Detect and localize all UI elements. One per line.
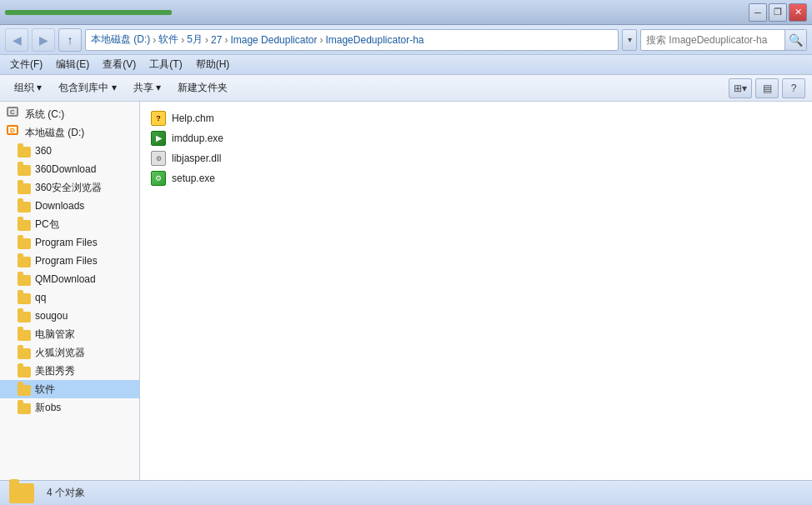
include-library-button[interactable]: 包含到库中 ▾ — [51, 78, 123, 98]
sidebar-label-360: 360 — [35, 145, 52, 157]
new-folder-button[interactable]: 新建文件夹 — [170, 78, 235, 98]
back-button[interactable]: ◀ — [5, 28, 28, 52]
sidebar-label-sougou: sougou — [35, 310, 68, 322]
forward-button[interactable]: ▶ — [32, 28, 55, 52]
sidebar-item-360[interactable]: 360 — [0, 142, 139, 160]
libjasper-dll-label: libjasper.dll — [172, 152, 221, 164]
breadcrumb-item-1[interactable]: 软件 — [158, 32, 178, 47]
breadcrumb[interactable]: 本地磁盘 (D:) › 软件 › 5月 › 27 › Image Dedupli… — [85, 29, 619, 51]
sidebar-item-360download[interactable]: 360Download — [0, 160, 139, 178]
menu-tools[interactable]: 工具(T) — [143, 56, 188, 74]
sidebar-item-programfiles2[interactable]: Program Files — [0, 252, 139, 270]
breadcrumb-item-4[interactable]: Image Deduplicator — [230, 34, 317, 46]
title-bar: ─ ❐ ✕ — [0, 0, 812, 25]
breadcrumb-item-5[interactable]: ImageDeduplicator-ha — [325, 34, 424, 46]
sidebar-label-qmdownload: QMDownload — [35, 273, 96, 285]
sidebar-item-newobs[interactable]: 新obs — [0, 398, 139, 417]
menu-view[interactable]: 查看(V) — [96, 56, 143, 74]
help-chm-label: Help.chm — [172, 112, 214, 124]
view-icon-button[interactable]: ⊞ ▾ — [729, 78, 752, 98]
title-bar-left — [5, 10, 172, 15]
minimize-button[interactable]: ─ — [749, 3, 767, 22]
sidebar-label-pcmanager: 电脑管家 — [35, 328, 75, 342]
menu-help[interactable]: 帮助(H) — [189, 56, 237, 74]
folder-software-icon — [17, 382, 32, 397]
sidebar-item-drive-c[interactable]: C 系统 (C:) — [0, 105, 139, 123]
view-dropdown-icon: ▾ — [742, 82, 747, 94]
main-area: C 系统 (C:) D 本地磁盘 (D:) 360 360Download 36… — [0, 102, 812, 480]
sidebar-label-360browser: 360安全浏览器 — [35, 181, 102, 195]
file-list: ? Help.chm ▶ imddup.exe ⚙ libjasper.dll … — [140, 102, 812, 480]
setup-exe-icon: ⚙ — [150, 170, 167, 187]
sidebar-item-qq[interactable]: qq — [0, 288, 139, 307]
breadcrumb-item-2[interactable]: 5月 — [187, 32, 203, 47]
sidebar-label-360download: 360Download — [35, 163, 96, 175]
imddup-exe-icon: ▶ — [150, 130, 167, 147]
drive-c-icon: C — [7, 107, 22, 122]
share-button[interactable]: 共享 ▾ — [126, 78, 168, 98]
menu-file[interactable]: 文件(F) — [3, 56, 49, 74]
breadcrumb-sep-4: › — [319, 34, 323, 46]
help-button[interactable]: ? — [782, 78, 805, 98]
sidebar-item-sougou[interactable]: sougou — [0, 307, 139, 325]
sidebar-label-downloads: Downloads — [35, 200, 84, 212]
file-item-imddup-exe[interactable]: ▶ imddup.exe — [147, 128, 805, 148]
breadcrumb-sep-1: › — [181, 34, 184, 46]
sidebar-label-drive-d: 本地磁盘 (D:) — [25, 126, 84, 140]
sidebar-label-firefox: 火狐浏览器 — [35, 346, 85, 360]
search-bar: 🔍 — [640, 29, 807, 51]
toolbar: 组织 ▾ 包含到库中 ▾ 共享 ▾ 新建文件夹 ⊞ ▾ ▤ ? — [0, 75, 812, 102]
breadcrumb-sep-3: › — [224, 34, 228, 46]
big-folder-shape — [9, 483, 34, 503]
help-chm-icon: ? — [150, 110, 167, 127]
breadcrumb-sep-2: › — [205, 34, 208, 46]
details-view-button[interactable]: ▤ — [755, 78, 779, 98]
sidebar-item-programfiles1[interactable]: Program Files — [0, 233, 139, 252]
sidebar-label-pcbao: PC包 — [35, 218, 59, 232]
file-item-libjasper-dll[interactable]: ⚙ libjasper.dll — [147, 148, 805, 168]
nav-bar: ◀ ▶ ↑ 本地磁盘 (D:) › 软件 › 5月 › 27 › Image D… — [0, 25, 812, 55]
sidebar-item-pcbao[interactable]: PC包 — [0, 215, 139, 233]
sidebar: C 系统 (C:) D 本地磁盘 (D:) 360 360Download 36… — [0, 102, 140, 480]
sidebar-item-meitu[interactable]: 美图秀秀 — [0, 362, 139, 380]
drive-d-icon: D — [7, 125, 22, 140]
sidebar-item-software[interactable]: 软件 — [0, 380, 139, 398]
breadcrumb-item-3[interactable]: 27 — [211, 34, 222, 46]
search-input[interactable] — [641, 34, 784, 46]
folder-360dl-icon — [17, 162, 32, 177]
breadcrumb-dropdown[interactable]: ▾ — [622, 29, 637, 51]
organize-button[interactable]: 组织 ▾ — [7, 78, 49, 98]
sidebar-label-newobs: 新obs — [35, 401, 61, 415]
sidebar-label-drive-c: 系统 (C:) — [25, 108, 64, 122]
breadcrumb-item-0[interactable]: 本地磁盘 (D:) — [91, 32, 150, 47]
folder-downloads-icon — [17, 198, 32, 213]
folder-qm-icon — [17, 272, 32, 287]
menu-edit[interactable]: 编辑(E) — [49, 56, 96, 74]
file-item-setup-exe[interactable]: ⚙ setup.exe — [147, 168, 805, 188]
sidebar-item-360browser[interactable]: 360安全浏览器 — [0, 178, 139, 197]
file-item-help-chm[interactable]: ? Help.chm — [147, 108, 805, 128]
folder-360browser-icon — [17, 180, 32, 195]
sidebar-item-firefox[interactable]: 火狐浏览器 — [0, 343, 139, 362]
status-count: 4 个对象 — [47, 486, 85, 500]
sidebar-label-programfiles2: Program Files — [35, 255, 98, 267]
sidebar-item-downloads[interactable]: Downloads — [0, 197, 139, 215]
drive-d-shape: D — [7, 125, 18, 135]
drive-c-shape: C — [7, 107, 18, 117]
sidebar-item-pcmanager[interactable]: 电脑管家 — [0, 325, 139, 343]
restore-button[interactable]: ❐ — [769, 3, 787, 22]
search-button[interactable]: 🔍 — [784, 29, 806, 51]
sidebar-item-qmdownload[interactable]: QMDownload — [0, 270, 139, 288]
libjasper-dll-icon: ⚙ — [150, 150, 167, 167]
view-grid-icon: ⊞ — [734, 82, 742, 94]
sidebar-label-qq: qq — [35, 292, 46, 303]
sidebar-label-software: 软件 — [35, 382, 55, 397]
menu-bar: 文件(F) 编辑(E) 查看(V) 工具(T) 帮助(H) — [0, 55, 812, 75]
up-button[interactable]: ↑ — [58, 28, 82, 52]
close-button[interactable]: ✕ — [789, 3, 807, 22]
setup-icon-shape: ⚙ — [151, 171, 166, 186]
folder-pf1-icon — [17, 235, 32, 250]
sidebar-item-drive-d[interactable]: D 本地磁盘 (D:) — [0, 123, 139, 142]
folder-pf2-icon — [17, 253, 32, 268]
setup-exe-label: setup.exe — [172, 172, 215, 184]
